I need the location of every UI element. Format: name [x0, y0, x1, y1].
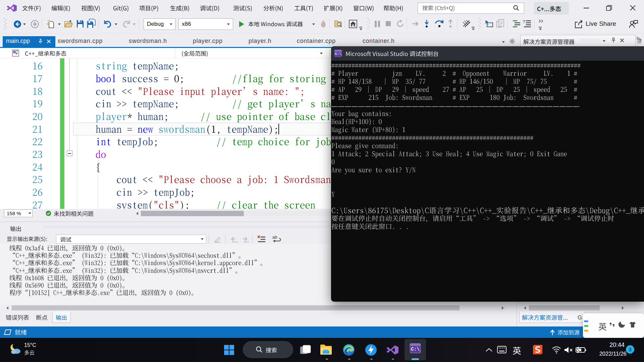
- svg-text:?: ?: [523, 19, 525, 24]
- svg-text:C:\_: C:\_: [411, 347, 421, 352]
- svg-text:C:\_: C:\_: [335, 52, 342, 56]
- svg-text:ab: ab: [272, 235, 277, 240]
